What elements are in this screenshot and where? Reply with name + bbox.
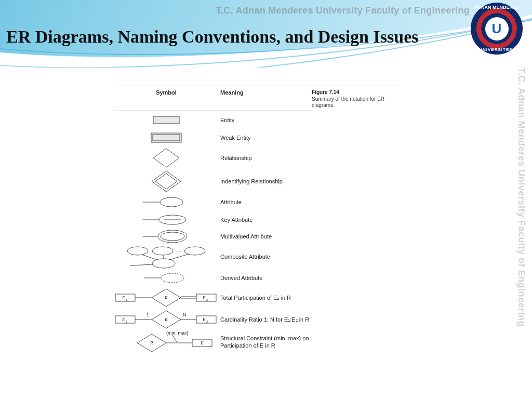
svg-text:1: 1 <box>126 298 128 302</box>
seal-letter: U <box>492 21 502 37</box>
multivalued-attribute-icon <box>138 229 195 244</box>
total-participation-icon: E 1 R E 2 <box>114 287 218 308</box>
svg-point-7 <box>160 197 183 207</box>
svg-point-24 <box>161 273 184 283</box>
row-total-participation: E 1 R E 2 Total Participation of E₂ in R <box>114 287 400 309</box>
row-derived-attribute: Derived Attribute <box>114 269 400 287</box>
meaning-entity: Entity <box>218 117 312 123</box>
svg-marker-4 <box>152 171 181 192</box>
svg-text:. . .: . . . <box>176 248 183 253</box>
weak-entity-icon <box>143 131 190 144</box>
svg-text:E: E <box>200 340 204 345</box>
identifying-relationship-icon <box>143 170 190 193</box>
meaning-attribute: Attribute <box>218 199 312 205</box>
figure-caption-text: Summary of the notation for ER diagrams. <box>312 96 384 108</box>
row-entity: Entity <box>114 111 400 129</box>
svg-point-15 <box>152 247 173 255</box>
derived-attribute-icon <box>138 272 195 284</box>
header-meaning: Meaning <box>218 89 312 109</box>
svg-rect-25 <box>115 294 135 301</box>
meaning-weak-entity: Weak Entity <box>218 135 312 141</box>
svg-line-51 <box>172 335 177 342</box>
entity-icon <box>143 114 190 126</box>
svg-line-21 <box>170 254 189 260</box>
svg-text:2: 2 <box>206 320 208 324</box>
meaning-multivalued-attribute: Multivalued Attribute <box>218 233 312 240</box>
svg-text:2: 2 <box>206 298 208 302</box>
row-identifying-relationship: Indentifying Relationship <box>114 169 400 193</box>
svg-rect-0 <box>153 116 179 124</box>
header-symbol: Symbol <box>114 89 218 109</box>
key-attribute-icon <box>138 214 195 225</box>
svg-line-19 <box>142 255 158 260</box>
row-composite-attribute: . . . Composite Attribute <box>114 244 400 269</box>
page-title: ER Diagrams, Naming Conventions, and Des… <box>6 27 418 47</box>
svg-text:R: R <box>150 340 153 345</box>
meaning-structural-constraint: Structural Constraint (min, max) on Part… <box>218 335 312 350</box>
svg-line-22 <box>130 264 153 265</box>
svg-text:R: R <box>164 295 168 300</box>
row-multivalued-attribute: Multivalued Attribute <box>114 229 400 244</box>
svg-text:E: E <box>122 295 125 300</box>
row-weak-entity: Weak Entity <box>114 129 400 147</box>
svg-text:(min, max): (min, max) <box>166 331 189 336</box>
svg-text:1: 1 <box>126 320 128 324</box>
meaning-total-participation: Total Participation of E₂ in R <box>218 295 312 301</box>
figure-caption: Figure 7.14 Summary of the notation for … <box>312 89 395 109</box>
meaning-relationship: Relationship <box>218 155 312 161</box>
relationship-icon <box>143 147 190 169</box>
svg-marker-3 <box>153 149 179 167</box>
figure-header-row: Symbol Meaning Figure 7.14 Summary of th… <box>114 86 400 111</box>
svg-point-14 <box>127 247 148 255</box>
side-branding-text: T.C. Adnan Menderes University Faculty o… <box>516 68 527 327</box>
row-key-attribute: Key Attribute <box>114 211 400 229</box>
attribute-icon <box>138 196 195 208</box>
cardinality-ratio-icon: E 1 1 R N E 2 <box>114 309 218 330</box>
meaning-identifying-relationship: Indentifying Relationship <box>218 178 312 184</box>
meaning-key-attribute: Key Attribute <box>218 217 312 223</box>
svg-text:E: E <box>122 317 125 322</box>
svg-text:E: E <box>202 317 206 322</box>
composite-attribute-icon: . . . <box>122 245 210 269</box>
row-cardinality-ratio: E 1 1 R N E 2 Cardinality Ratio 1: N for… <box>114 309 400 330</box>
meaning-composite-attribute: Composite Attribute <box>218 254 312 260</box>
svg-point-16 <box>184 247 205 255</box>
university-seal-icon: ADNAN MENDERES UNIVERSITESI U <box>471 3 523 55</box>
row-relationship: Relationship <box>114 147 400 169</box>
row-attribute: Attribute <box>114 193 400 211</box>
svg-text:1: 1 <box>147 312 149 317</box>
svg-text:N: N <box>183 312 187 317</box>
svg-text:E: E <box>202 295 206 300</box>
header-branding-text: T.C. Adnan Menderes University Faculty o… <box>216 5 470 16</box>
row-structural-constraint: R (min, max) E Structural Constraint (mi… <box>114 330 400 354</box>
meaning-derived-attribute: Derived Attribute <box>218 275 312 281</box>
figure-number: Figure 7.14 <box>312 89 395 95</box>
svg-text:R: R <box>164 317 168 322</box>
svg-point-18 <box>152 259 175 268</box>
svg-rect-36 <box>115 316 135 323</box>
er-notation-figure: Symbol Meaning Figure 7.14 Summary of th… <box>114 86 400 354</box>
meaning-cardinality-ratio: Cardinality Ratio 1: N for E₁:E₂ in R <box>218 316 312 323</box>
structural-constraint-icon: R (min, max) E <box>114 331 218 354</box>
